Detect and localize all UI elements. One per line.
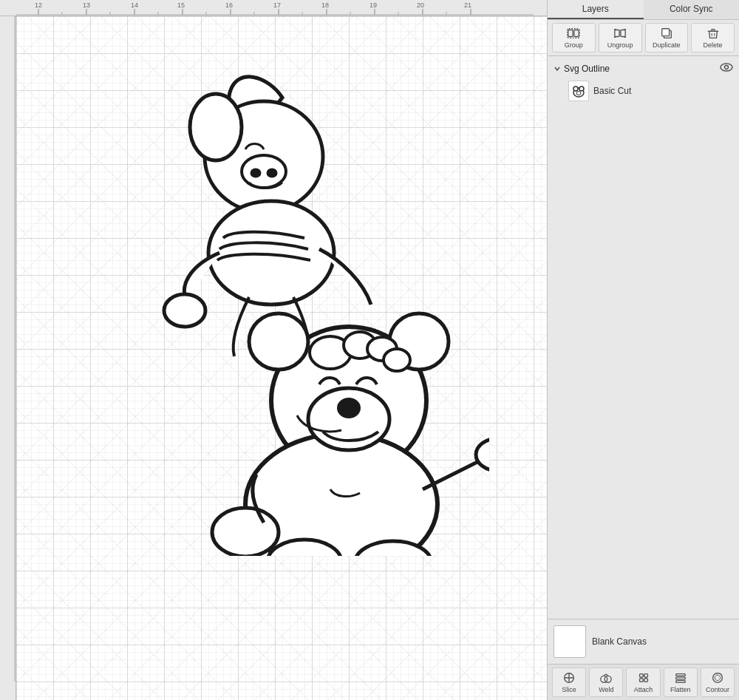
svg-rect-59 — [644, 674, 647, 678]
grid-canvas[interactable] — [16, 16, 547, 700]
contour-button[interactable]: Contour — [701, 667, 735, 697]
svg-outline-label: Svg Outline — [564, 64, 610, 74]
svg-rect-64 — [675, 681, 685, 683]
slice-button[interactable]: Slice — [552, 667, 586, 697]
flatten-button[interactable]: Flatten — [664, 667, 698, 697]
svg-rect-46 — [621, 30, 625, 37]
svg-point-25 — [251, 169, 260, 177]
svg-point-34 — [476, 438, 489, 471]
flatten-icon — [674, 671, 687, 684]
svg-point-57 — [605, 676, 611, 682]
svg-point-52 — [573, 86, 578, 91]
blank-canvas-thumbnail — [554, 625, 586, 658]
svg-rect-48 — [662, 29, 670, 36]
group-button[interactable]: Group — [552, 23, 596, 52]
svg-point-53 — [579, 86, 584, 91]
svg-point-50 — [725, 66, 729, 69]
visibility-toggle[interactable] — [720, 62, 733, 75]
svg-point-29 — [249, 313, 308, 370]
svg-point-22 — [190, 94, 242, 160]
svg-point-35 — [212, 508, 279, 556]
canvas-area: 12 13 14 15 16 17 18 19 20 21 — [0, 0, 547, 700]
svg-rect-63 — [675, 677, 685, 679]
layer-tree: Svg Outline — [548, 56, 739, 619]
blank-canvas-label: Blank Canvas — [592, 636, 647, 647]
layer-thumbnail — [568, 81, 589, 101]
ungroup-label: Ungroup — [607, 41, 633, 49]
layer-thumbnail-svg — [570, 82, 588, 100]
contour-icon — [711, 671, 724, 684]
weld-icon — [599, 671, 613, 684]
layer-toolbar: Group Ungroup Duplicate — [548, 20, 739, 56]
duplicate-label: Duplicate — [653, 41, 681, 49]
panel-tabs: Layers Color Sync — [548, 0, 739, 20]
tab-color-sync[interactable]: Color Sync — [644, 0, 740, 19]
svg-rect-45 — [615, 30, 619, 37]
duplicate-button[interactable]: Duplicate — [645, 23, 689, 52]
ungroup-icon — [613, 27, 627, 40]
svg-point-49 — [721, 64, 732, 71]
svg-rect-43 — [574, 30, 579, 37]
delete-button[interactable]: Delete — [691, 23, 735, 52]
ungroup-button[interactable]: Ungroup — [599, 23, 642, 52]
layer-item-basic-cut[interactable]: Basic Cut — [548, 78, 739, 104]
slice-icon — [562, 671, 576, 684]
svg-point-41 — [384, 349, 410, 371]
group-icon — [567, 27, 580, 40]
layer-group-header[interactable]: Svg Outline — [548, 59, 739, 78]
svg-rect-60 — [639, 679, 643, 682]
svg-point-33 — [338, 399, 359, 417]
blank-canvas-panel: Blank Canvas — [548, 619, 739, 664]
right-panel: Layers Color Sync Group Ungroup — [547, 0, 739, 700]
svg-rect-61 — [644, 679, 647, 682]
attach-button[interactable]: Attach — [626, 667, 660, 697]
svg-point-26 — [268, 169, 276, 177]
weld-label: Weld — [599, 686, 613, 693]
contour-label: Contour — [706, 686, 729, 693]
ruler-top: 12 13 14 15 16 17 18 19 20 21 — [0, 0, 547, 16]
svg-point-24 — [242, 155, 286, 188]
svg-rect-58 — [639, 674, 643, 678]
attach-label: Attach — [634, 686, 653, 693]
illustration-svg — [75, 53, 489, 556]
layer-group-svg-outline: Svg Outline — [548, 59, 739, 104]
delete-icon — [706, 27, 720, 40]
delete-label: Delete — [704, 41, 723, 49]
group-label: Group — [565, 41, 583, 49]
ruler-left — [0, 16, 16, 700]
tab-layers[interactable]: Layers — [548, 0, 644, 19]
svg-point-54 — [576, 92, 581, 95]
svg-rect-62 — [675, 674, 685, 676]
slice-label: Slice — [562, 686, 576, 693]
duplicate-icon — [660, 27, 673, 40]
flatten-label: Flatten — [670, 686, 691, 693]
bottom-toolbar: Slice Weld Attach — [548, 664, 739, 700]
svg-point-27 — [164, 294, 205, 327]
chevron-down-icon — [554, 65, 561, 72]
eye-icon — [720, 62, 733, 72]
basic-cut-label: Basic Cut — [593, 86, 631, 96]
main-layout: 12 13 14 15 16 17 18 19 20 21 — [0, 0, 739, 700]
ruler-ticks — [16, 0, 547, 16]
weld-button[interactable]: Weld — [589, 667, 623, 697]
ruler-left-ticks — [0, 16, 16, 700]
svg-point-23 — [208, 201, 334, 305]
svg-rect-42 — [568, 30, 573, 37]
attach-icon — [637, 671, 650, 684]
